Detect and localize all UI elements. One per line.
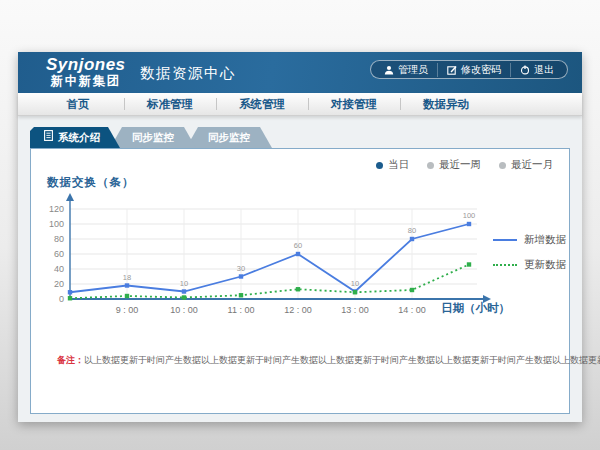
- legend-swatch-solid-line: [493, 239, 517, 241]
- tab-system-intro[interactable]: 系统介绍: [30, 127, 120, 148]
- tab-strip: 系统介绍 同步监控 同步监控: [30, 127, 272, 148]
- chart-panel: 当日 最近一周 最近一月 数据交换（条） 0204060801001209 : …: [30, 148, 570, 414]
- tab-label: 系统介绍: [58, 127, 100, 148]
- company-logo: Synjones 新中新集团: [46, 56, 126, 88]
- svg-text:40: 40: [54, 264, 64, 274]
- svg-text:80: 80: [408, 226, 416, 235]
- nav-item-home[interactable]: 首页: [32, 93, 124, 115]
- change-password-label: 修改密码: [461, 63, 501, 77]
- y-axis-title: 数据交换（条）: [47, 175, 135, 190]
- change-password-button[interactable]: 修改密码: [437, 63, 510, 77]
- logout-label: 退出: [534, 63, 554, 77]
- current-user-button[interactable]: 管理员: [375, 63, 437, 77]
- chart-legend: 新增数据 更新数据: [493, 233, 566, 272]
- nav-item-system[interactable]: 系统管理: [216, 93, 308, 115]
- edit-icon: [447, 65, 457, 75]
- svg-text:80: 80: [54, 234, 64, 244]
- tab-sync-monitor-2[interactable]: 同步监控: [186, 127, 272, 148]
- footnote: 备注：以上数据更新于时间产生数据以上数据更新于时间产生数据以上数据更新于时间产生…: [57, 354, 600, 367]
- svg-text:120: 120: [49, 204, 64, 214]
- range-label: 最近一周: [439, 158, 481, 172]
- radio-icon: [499, 162, 506, 169]
- svg-text:18: 18: [123, 273, 131, 282]
- nav-item-integration[interactable]: 对接管理: [308, 93, 400, 115]
- logo-text-en: Synjones: [46, 56, 126, 75]
- user-menu-label: 管理员: [398, 63, 428, 77]
- page-title: 数据资源中心: [140, 64, 236, 83]
- svg-text:11 : 00: 11 : 00: [228, 305, 255, 315]
- svg-text:60: 60: [54, 249, 64, 259]
- power-icon: [520, 65, 530, 75]
- user-menu: 管理员 修改密码 退出: [370, 60, 568, 79]
- logo-text-cn: 新中新集团: [46, 75, 126, 89]
- svg-text:14 : 00: 14 : 00: [398, 305, 426, 315]
- footnote-prefix: 备注：: [57, 355, 84, 365]
- svg-text:60: 60: [294, 241, 302, 250]
- svg-text:100: 100: [49, 219, 64, 229]
- nav-item-standards[interactable]: 标准管理: [124, 93, 216, 115]
- range-option-month[interactable]: 最近一月: [499, 158, 553, 172]
- time-range-group: 当日 最近一周 最近一月: [376, 158, 553, 172]
- range-option-today[interactable]: 当日: [376, 158, 409, 172]
- svg-text:30: 30: [237, 264, 245, 273]
- svg-text:9 : 00: 9 : 00: [116, 305, 139, 315]
- main-nav: 首页 标准管理 系统管理 对接管理 数据异动: [18, 93, 582, 116]
- doc-icon: [44, 127, 53, 148]
- radio-icon: [427, 162, 434, 169]
- range-option-week[interactable]: 最近一周: [427, 158, 481, 172]
- range-label: 当日: [388, 158, 409, 172]
- svg-text:10: 10: [180, 279, 188, 288]
- svg-text:10: 10: [351, 279, 359, 288]
- line-chart: 0204060801001209 : 0010 : 0011 : 0012 : …: [39, 189, 509, 325]
- app-window: Synjones 新中新集团 数据资源中心 管理员 修改密码 退出: [18, 52, 582, 422]
- svg-text:13 : 00: 13 : 00: [341, 305, 369, 315]
- legend-item-new-data: 新增数据: [493, 233, 566, 247]
- legend-item-update-data: 更新数据: [493, 258, 566, 272]
- x-axis-title: 日期（小时）: [441, 301, 510, 316]
- logout-button[interactable]: 退出: [510, 63, 563, 77]
- svg-text:10 : 00: 10 : 00: [170, 305, 198, 315]
- tab-sync-monitor-1[interactable]: 同步监控: [110, 127, 196, 148]
- radio-selected-icon: [376, 162, 383, 169]
- nav-item-data-change[interactable]: 数据异动: [400, 93, 492, 115]
- svg-text:0: 0: [59, 294, 64, 304]
- app-header: Synjones 新中新集团 数据资源中心 管理员 修改密码 退出: [18, 52, 582, 93]
- legend-label: 更新数据: [524, 258, 566, 272]
- range-label: 最近一月: [511, 158, 553, 172]
- user-icon: [384, 65, 394, 75]
- legend-label: 新增数据: [524, 233, 566, 247]
- footnote-text: 以上数据更新于时间产生数据以上数据更新于时间产生数据以上数据更新于时间产生数据以…: [84, 355, 600, 365]
- svg-text:12 : 00: 12 : 00: [284, 305, 312, 315]
- legend-swatch-dotted-line: [493, 264, 517, 266]
- svg-text:100: 100: [463, 211, 476, 220]
- svg-text:20: 20: [54, 279, 64, 289]
